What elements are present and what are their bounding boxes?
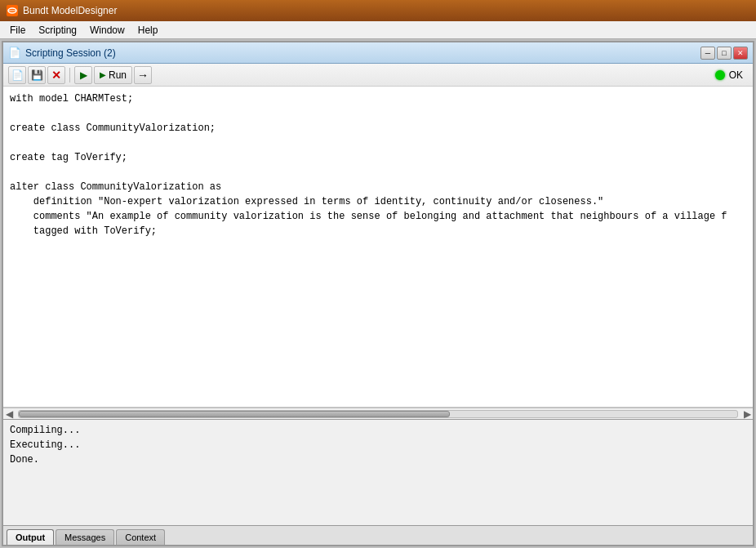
save-button[interactable]: 💾 — [28, 66, 46, 84]
h-scroll-thumb[interactable] — [19, 411, 450, 417]
close-button[interactable]: ✕ — [733, 47, 748, 60]
h-scroll-track[interactable] — [18, 410, 738, 418]
window-icon: 📄 — [8, 47, 21, 59]
output-line-1: Compiling... — [10, 423, 746, 438]
arrow-button[interactable]: → — [134, 66, 152, 84]
output-panel: Compiling... Executing... Done. — [3, 419, 753, 525]
menu-help[interactable]: Help — [131, 23, 165, 38]
status-dot — [715, 70, 725, 80]
output-line-2: Executing... — [10, 438, 746, 452]
run-label: Run — [109, 69, 127, 81]
new-file-button[interactable]: 📄 — [8, 66, 26, 84]
title-bar: Bundt ModelDesigner — [0, 0, 756, 21]
toolbar-separator-1 — [69, 68, 70, 82]
status-text: OK — [729, 69, 743, 81]
output-content: Compiling... Executing... Done. — [3, 420, 753, 470]
window-title-text: Scripting Session (2) — [25, 47, 116, 59]
play-button[interactable]: ▶ — [74, 66, 92, 84]
code-editor[interactable]: with model CHARMTest; create class Commu… — [3, 87, 753, 408]
window-title-bar: 📄 Scripting Session (2) ─ □ ✕ — [3, 42, 753, 64]
menu-window[interactable]: Window — [83, 23, 131, 38]
h-scroll-right[interactable]: ▶ — [741, 408, 753, 420]
window-controls: ─ □ ✕ — [700, 47, 748, 60]
menu-scripting[interactable]: Scripting — [32, 23, 83, 38]
h-scroll-left[interactable]: ◀ — [3, 408, 15, 420]
run-button[interactable]: ▶ Run — [94, 66, 132, 84]
restore-button[interactable]: □ — [717, 47, 732, 60]
minimize-button[interactable]: ─ — [700, 47, 715, 60]
main-window: 📄 Scripting Session (2) ─ □ ✕ 📄 💾 ✕ ▶ ▶ … — [2, 41, 754, 546]
menu-bar: File Scripting Window Help — [0, 21, 756, 39]
code-content[interactable]: with model CHARMTest; create class Commu… — [3, 87, 753, 243]
delete-button[interactable]: ✕ — [47, 66, 65, 84]
h-scrollbar[interactable]: ◀ ▶ — [3, 408, 753, 419]
toolbar: 📄 💾 ✕ ▶ ▶ Run → OK — [3, 64, 753, 87]
tab-messages[interactable]: Messages — [56, 529, 114, 545]
menu-file[interactable]: File — [3, 23, 32, 38]
tab-bar: Output Messages Context — [3, 525, 753, 545]
tab-context[interactable]: Context — [116, 529, 165, 545]
output-line-3: Done. — [10, 452, 746, 467]
app-icon — [7, 5, 18, 16]
status-area: OK — [715, 69, 748, 81]
tab-output[interactable]: Output — [7, 529, 54, 545]
window-title-left: 📄 Scripting Session (2) — [8, 47, 116, 59]
app-title: Bundt ModelDesigner — [23, 5, 117, 16]
